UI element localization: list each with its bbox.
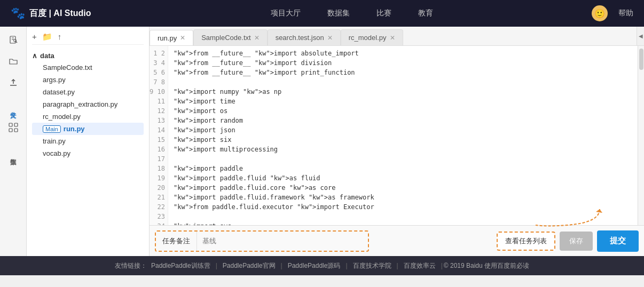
file-run[interactable]: Main run.py xyxy=(32,123,144,135)
code-content[interactable]: "kw">from __future__ "kw">import absolut… xyxy=(168,46,638,225)
top-navigation: 🐾 百度 | AI Studio 项目大厅 数据集 比赛 教育 🙂 帮助 xyxy=(0,0,644,27)
upload-icon[interactable]: ↑ xyxy=(58,32,62,42)
footer-paddlecamp[interactable]: PaddlePaddle训练营 xyxy=(151,261,210,270)
code-editor[interactable]: 1 2 3 4 5 6 7 8 9 10 11 12 13 14 15 16 1… xyxy=(150,46,644,225)
tab-rc-model-close[interactable]: ✕ xyxy=(390,34,395,42)
grid-icon xyxy=(9,123,18,132)
file-vocab[interactable]: vocab.py xyxy=(32,147,144,160)
view-tasks-button[interactable]: 查看任务列表 xyxy=(497,232,555,251)
tab-run-py-close[interactable]: ✕ xyxy=(180,34,185,42)
tab-samplecode[interactable]: SampleCode.txt ✕ xyxy=(193,29,268,45)
file-args[interactable]: args.py xyxy=(32,74,144,86)
save-button[interactable]: 保存 xyxy=(560,232,593,251)
file-paragraph-extraction[interactable]: paragraph_extraction.py xyxy=(32,98,144,110)
footer-copyright: © 2019 Baidu 使用百度前必读 xyxy=(444,261,529,270)
footer-paddlesource[interactable]: PaddlePaddle源码 xyxy=(288,261,341,270)
tab-search-test[interactable]: search.test.json ✕ xyxy=(268,29,341,45)
svg-point-4 xyxy=(13,39,16,42)
footer-paddleofficial[interactable]: PaddlePaddle官网 xyxy=(223,261,276,270)
avatar[interactable]: 🙂 xyxy=(592,5,608,21)
main-area: 文件夹 数据集 + 📁 ↑ ∧ data SampleCode.txt args… xyxy=(0,27,644,256)
logo: 🐾 百度 | AI Studio xyxy=(11,6,91,20)
file-train[interactable]: train.py xyxy=(32,135,144,147)
chevron-down-icon: ∧ xyxy=(32,52,37,60)
scrollbar-thumb[interactable] xyxy=(639,49,643,70)
svg-rect-10 xyxy=(14,129,18,132)
tab-search-test-label: search.test.json xyxy=(276,34,324,42)
editor-area: run.py ✕ SampleCode.txt ✕ search.test.js… xyxy=(150,27,644,256)
editor-tabs: run.py ✕ SampleCode.txt ✕ search.test.js… xyxy=(150,27,644,46)
tab-rc-model-label: rc_model.py xyxy=(349,34,387,42)
footer-prefix: 友情链接： xyxy=(115,261,147,270)
svg-marker-11 xyxy=(596,209,602,213)
collapse-panel-button[interactable]: ◀ xyxy=(637,27,644,45)
footer-baidu-cloud[interactable]: 百度效率云 xyxy=(404,261,436,270)
active-file-name: run.py xyxy=(64,125,85,133)
file-tree-toolbar: + 📁 ↑ xyxy=(32,32,144,45)
svg-rect-7 xyxy=(9,123,12,126)
file-rc-model[interactable]: rc_model.py xyxy=(32,110,144,123)
tab-run-py-label: run.py xyxy=(158,34,177,42)
line-numbers: 1 2 3 4 5 6 7 8 9 10 11 12 13 14 15 16 1… xyxy=(150,46,168,225)
svg-rect-8 xyxy=(14,123,18,126)
tab-search-test-close[interactable]: ✕ xyxy=(327,34,333,42)
nav-competition[interactable]: 比赛 xyxy=(376,9,391,18)
footer-baidu-academy[interactable]: 百度技术学院 xyxy=(353,261,391,270)
new-file-button[interactable] xyxy=(5,32,21,48)
tab-rc-model[interactable]: rc_model.py ✕ xyxy=(341,29,403,45)
open-folder-button[interactable] xyxy=(5,53,21,69)
new-folder-icon[interactable]: 📁 xyxy=(42,32,52,42)
folder-name: data xyxy=(40,52,54,60)
baidu-icon: 🐾 xyxy=(11,6,25,20)
task-input-group: 任务备注 xyxy=(155,230,369,252)
main-badge: Main xyxy=(43,125,61,133)
help-link[interactable]: 帮助 xyxy=(618,9,633,18)
tab-samplecode-label: SampleCode.txt xyxy=(201,34,251,42)
svg-rect-9 xyxy=(9,129,12,132)
tab-samplecode-close[interactable]: ✕ xyxy=(254,34,260,42)
file-tree: + 📁 ↑ ∧ data SampleCode.txt args.py data… xyxy=(27,27,150,256)
vertical-scrollbar[interactable] xyxy=(638,46,644,225)
file-samplecode[interactable]: SampleCode.txt xyxy=(32,61,144,74)
nav-projects[interactable]: 项目大厅 xyxy=(271,9,301,18)
right-actions: 查看任务列表 保存 提交 xyxy=(497,230,639,252)
folder-data[interactable]: ∧ data xyxy=(32,50,144,61)
task-note-label: 任务备注 xyxy=(156,236,197,246)
new-file-icon[interactable]: + xyxy=(32,32,37,42)
main-navigation: 项目大厅 数据集 比赛 教育 xyxy=(113,9,592,18)
baseline-input[interactable] xyxy=(197,232,368,251)
footer: 友情链接： PaddlePaddle训练营 | PaddlePaddle官网 |… xyxy=(0,256,644,275)
nav-right: 🙂 帮助 xyxy=(592,5,633,21)
sidebar-icons: 文件夹 数据集 xyxy=(0,27,27,256)
submit-button[interactable]: 提交 xyxy=(597,230,639,252)
arrow-annotation xyxy=(525,206,610,230)
tab-run-py[interactable]: run.py ✕ xyxy=(150,30,193,46)
upload-button[interactable] xyxy=(5,75,21,91)
nav-datasets[interactable]: 数据集 xyxy=(327,9,350,18)
nav-education[interactable]: 教育 xyxy=(418,9,433,18)
bottom-toolbar: 任务备注 查看任务列表 保存 提交 xyxy=(150,225,644,256)
brand-text: 百度 | AI Studio xyxy=(29,8,91,19)
file-dataset[interactable]: dataset.py xyxy=(32,86,144,98)
